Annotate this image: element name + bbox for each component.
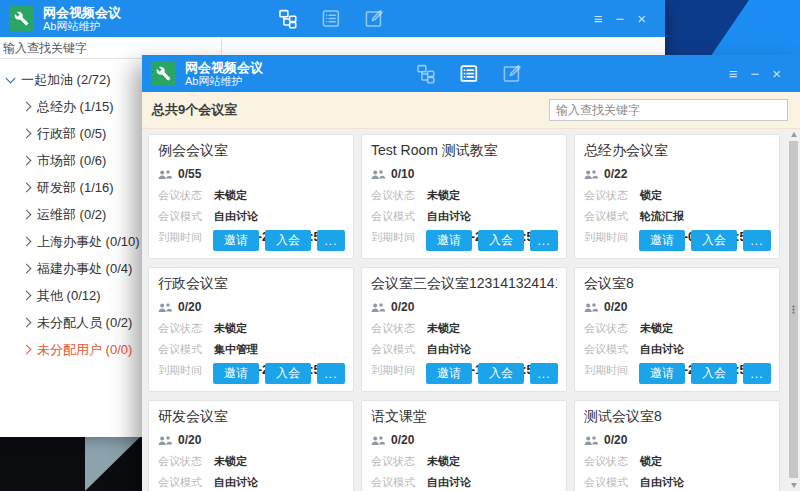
scroll-down-icon[interactable]	[788, 480, 799, 491]
app-logo-wrench-icon	[9, 6, 34, 31]
org-chart-icon[interactable]	[415, 63, 436, 84]
mode-label: 会议模式	[371, 475, 427, 490]
status-value: 未锁定	[427, 188, 460, 203]
room-name: 例会会议室	[158, 142, 344, 160]
tree-item-label: 上海办事处 (0/10)	[37, 233, 140, 251]
chevron-right-icon[interactable]	[22, 291, 32, 301]
edit-compose-icon[interactable]	[363, 8, 384, 29]
status-label: 会议状态	[158, 454, 214, 469]
join-button[interactable]: 入会	[691, 230, 737, 251]
invite-button[interactable]: 邀请	[213, 363, 259, 384]
room-name: 会议室8	[584, 275, 770, 293]
participant-count: 0/20	[604, 300, 627, 314]
room-name: 行政会议室	[158, 275, 344, 293]
participants-icon	[584, 302, 598, 313]
chevron-right-icon[interactable]	[22, 102, 32, 112]
mode-value: 轮流汇报	[640, 209, 684, 224]
invite-button[interactable]: 邀请	[639, 363, 685, 384]
app-subtitle: Ab网站维护	[185, 75, 263, 88]
tree-item-label: 行政部 (0/5)	[37, 125, 106, 143]
status-value: 未锁定	[214, 321, 247, 336]
mode-value: 自由讨论	[640, 342, 684, 357]
more-button[interactable]: ...	[317, 363, 345, 384]
chevron-right-icon[interactable]	[22, 318, 32, 328]
chevron-right-icon[interactable]	[22, 210, 32, 220]
meeting-room-toolbar: 总共9个会议室	[142, 92, 800, 129]
mode-label: 会议模式	[158, 342, 214, 357]
status-value: 未锁定	[214, 188, 247, 203]
mode-label: 会议模式	[371, 342, 427, 357]
participant-count: 0/10	[391, 167, 414, 181]
join-button[interactable]: 入会	[265, 363, 311, 384]
invite-button[interactable]: 邀请	[213, 230, 259, 251]
status-value: 未锁定	[427, 321, 460, 336]
mode-value: 自由讨论	[640, 475, 684, 490]
more-button[interactable]: ...	[530, 363, 558, 384]
meeting-list-icon[interactable]	[320, 8, 341, 29]
expire-label: 到期时间	[371, 230, 427, 245]
menu-icon[interactable]: ≡	[729, 66, 738, 81]
minimize-icon[interactable]: −	[615, 11, 624, 26]
meeting-room-list: 例会会议室0/55会议状态未锁定会议模式自由讨论到期时间2028-01-26 2…	[142, 129, 800, 491]
chevron-right-icon[interactable]	[22, 264, 32, 274]
join-button[interactable]: 入会	[265, 230, 311, 251]
room-name: 研发会议室	[158, 408, 344, 426]
invite-button[interactable]: 邀请	[639, 230, 685, 251]
tree-item-label: 未分配人员 (0/2)	[37, 314, 132, 332]
tree-item-label: 一起加油 (2/72)	[21, 71, 111, 89]
menu-icon[interactable]: ≡	[594, 11, 603, 26]
chevron-right-icon[interactable]	[22, 183, 32, 193]
status-label: 会议状态	[584, 454, 640, 469]
scrollbar-thumb[interactable]	[789, 141, 798, 478]
meeting-room-card: Test Room 测试教室0/10会议状态未锁定会议模式自由讨论到期时间202…	[361, 134, 567, 259]
join-button[interactable]: 入会	[691, 363, 737, 384]
minimize-icon[interactable]: −	[750, 66, 759, 81]
mode-label: 会议模式	[158, 209, 214, 224]
join-button[interactable]: 入会	[478, 363, 524, 384]
participants-icon	[584, 169, 598, 180]
invite-button[interactable]: 邀请	[426, 230, 472, 251]
chevron-down-icon[interactable]	[6, 73, 16, 83]
room-name: 总经办会议室	[584, 142, 770, 160]
mode-value: 自由讨论	[214, 209, 258, 224]
meeting-room-card: 会议室80/20会议状态未锁定会议模式自由讨论到期时间2022-01-26 23…	[574, 267, 780, 392]
chevron-right-icon[interactable]	[22, 156, 32, 166]
tree-item-label: 未分配用户 (0/0)	[37, 341, 132, 359]
close-icon[interactable]: ×	[772, 66, 781, 81]
app-subtitle: Ab网站维护	[43, 20, 121, 33]
room-name: Test Room 测试教室	[371, 142, 557, 160]
mode-value: 自由讨论	[214, 475, 258, 490]
window-header: 网会视频会议 Ab网站维护	[142, 55, 800, 92]
participant-count: 0/20	[604, 433, 627, 447]
org-chart-icon[interactable]	[277, 8, 298, 29]
more-button[interactable]: ...	[743, 230, 771, 251]
room-count-text: 总共9个会议室	[152, 101, 237, 119]
more-button[interactable]: ...	[530, 230, 558, 251]
meeting-list-icon[interactable]	[458, 63, 479, 84]
scroll-up-icon[interactable]	[788, 129, 799, 140]
status-value: 未锁定	[214, 454, 247, 469]
chevron-right-icon[interactable]	[22, 129, 32, 139]
invite-button[interactable]: 邀请	[426, 363, 472, 384]
more-button[interactable]: ...	[317, 230, 345, 251]
status-value: 锁定	[640, 454, 662, 469]
vertical-scrollbar[interactable]	[788, 129, 799, 491]
mode-value: 自由讨论	[427, 209, 471, 224]
status-value: 未锁定	[640, 321, 673, 336]
expire-label: 到期时间	[158, 363, 214, 378]
mode-label: 会议模式	[584, 209, 640, 224]
more-button[interactable]: ...	[743, 363, 771, 384]
edit-compose-icon[interactable]	[501, 63, 522, 84]
tree-item-label: 总经办 (1/15)	[37, 98, 114, 116]
meeting-room-card: 测试会议室80/20会议状态锁定会议模式自由讨论到期时间2021-06-30 2…	[574, 400, 780, 491]
mode-label: 会议模式	[584, 475, 640, 490]
chevron-right-icon[interactable]	[22, 237, 32, 247]
tree-item-label: 其他 (0/12)	[37, 287, 101, 305]
foreground-window: 网会视频会议 Ab网站维护	[142, 55, 800, 491]
mode-value: 自由讨论	[427, 475, 471, 490]
chevron-right-icon[interactable]	[22, 345, 32, 355]
mode-label: 会议模式	[158, 475, 214, 490]
join-button[interactable]: 入会	[478, 230, 524, 251]
room-search-input[interactable]	[549, 99, 788, 121]
close-icon[interactable]: ×	[637, 11, 646, 26]
